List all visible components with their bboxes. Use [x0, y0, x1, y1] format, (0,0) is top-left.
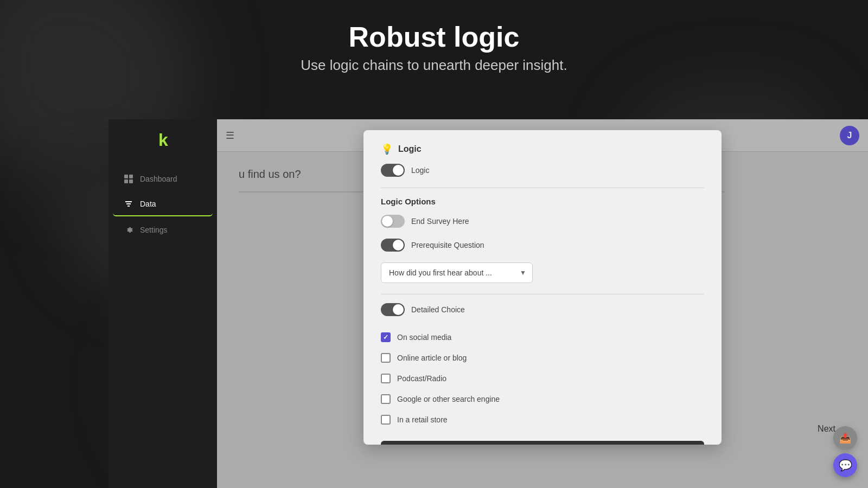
- dashboard-icon: [124, 174, 133, 184]
- prerequisite-dropdown[interactable]: How did you first hear about ... How did…: [381, 262, 533, 283]
- checkbox-label-social: On social media: [397, 333, 451, 342]
- logic-toggle-label: Logic: [411, 166, 429, 175]
- prerequisite-row: Prerequisite Question: [381, 239, 704, 252]
- divider-1: [381, 188, 704, 188]
- modal-panel: 💡 Logic Logic Logic Options: [363, 130, 722, 445]
- end-survey-toggle[interactable]: [381, 215, 405, 228]
- modal-section-title: Logic: [398, 144, 422, 154]
- divider-2: [381, 294, 704, 294]
- sidebar-item-data[interactable]: Data: [113, 192, 213, 216]
- main-area: ☰ J u find us on? Next 💡 Logic: [217, 119, 868, 488]
- checkbox-label-retail: In a retail store: [397, 415, 448, 424]
- chat-button[interactable]: 💬: [833, 453, 857, 477]
- checkbox-item-social: On social media: [381, 327, 704, 348]
- chat-icon: 💬: [839, 459, 852, 472]
- sidebar-item-settings[interactable]: Settings: [113, 219, 213, 241]
- end-survey-row: End Survey Here: [381, 215, 704, 228]
- sidebar-label-settings: Settings: [140, 226, 168, 234]
- checkbox-list: On social media Online article or blog P…: [381, 327, 704, 430]
- data-icon: [124, 199, 133, 209]
- modal-bottom-bar: [381, 441, 704, 445]
- logic-toggle-row: Logic: [381, 164, 704, 177]
- svg-rect-3: [129, 179, 133, 183]
- svg-rect-0: [124, 175, 128, 178]
- detailed-choice-toggle[interactable]: [381, 303, 405, 316]
- checkbox-online[interactable]: [381, 353, 391, 363]
- checkbox-label-podcast: Podcast/Radio: [397, 374, 446, 383]
- hero-section: Robust logic Use logic chains to unearth…: [0, 22, 868, 74]
- sidebar-item-dashboard[interactable]: Dashboard: [113, 168, 213, 190]
- checkbox-item-retail: In a retail store: [381, 409, 704, 430]
- share-icon: 📤: [839, 432, 851, 444]
- checkbox-google[interactable]: [381, 394, 391, 404]
- hero-title: Robust logic: [0, 22, 868, 53]
- svg-rect-1: [129, 175, 133, 178]
- prerequisite-toggle[interactable]: [381, 239, 405, 252]
- dropdown-row: How did you first hear about ... How did…: [381, 262, 704, 283]
- logic-toggle[interactable]: [381, 164, 405, 177]
- end-survey-label: End Survey Here: [411, 217, 469, 226]
- lightbulb-icon: 💡: [381, 143, 393, 155]
- share-button[interactable]: 📤: [833, 426, 857, 450]
- hero-subtitle: Use logic chains to unearth deeper insig…: [0, 57, 868, 74]
- checkbox-social[interactable]: [381, 332, 391, 342]
- checkbox-item-podcast: Podcast/Radio: [381, 368, 704, 389]
- svg-rect-2: [124, 179, 128, 183]
- checkbox-podcast[interactable]: [381, 374, 391, 383]
- logic-options-title: Logic Options: [381, 197, 704, 206]
- checkbox-label-google: Google or other search engine: [397, 395, 500, 403]
- checkbox-item-online: Online article or blog: [381, 348, 704, 368]
- sidebar-label-dashboard: Dashboard: [140, 175, 177, 183]
- sidebar-label-data: Data: [140, 200, 156, 208]
- detailed-choice-label: Detailed Choice: [411, 305, 465, 314]
- prerequisite-label: Prerequisite Question: [411, 241, 484, 249]
- modal-overlay: 💡 Logic Logic Logic Options: [217, 119, 868, 488]
- dropdown-wrapper[interactable]: How did you first hear about ... How did…: [381, 262, 533, 283]
- detailed-choice-row: Detailed Choice: [381, 303, 704, 316]
- checkbox-retail[interactable]: [381, 415, 391, 425]
- settings-icon: [124, 225, 133, 235]
- checkbox-label-online: Online article or blog: [397, 354, 467, 362]
- logo: k: [158, 130, 167, 150]
- checkbox-item-google: Google or other search engine: [381, 389, 704, 409]
- sidebar: k Dashboard Data: [108, 119, 217, 488]
- modal-header: 💡 Logic: [381, 143, 704, 155]
